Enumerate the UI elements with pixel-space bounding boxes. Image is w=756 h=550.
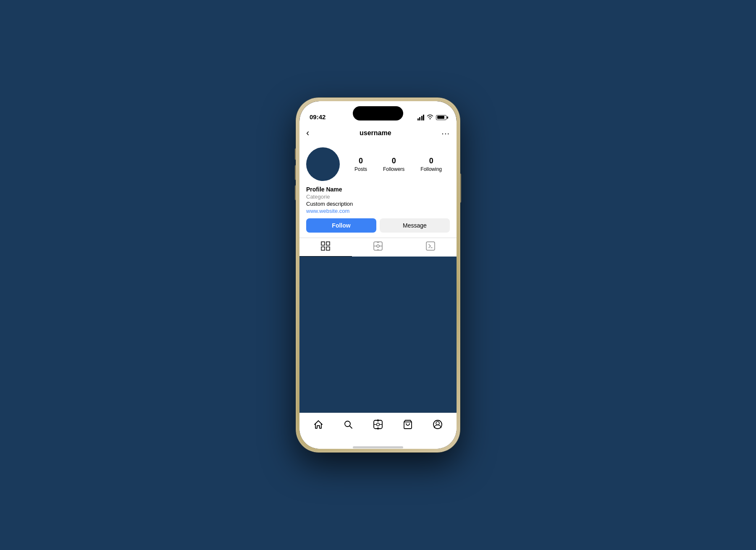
svg-rect-1 [326,242,330,245]
following-stat[interactable]: 0 Following [420,157,442,172]
search-icon [343,419,353,432]
svg-point-15 [376,423,379,426]
grid-cell[interactable] [404,257,457,309]
profile-nav-item[interactable] [428,416,447,435]
profile-username-title: username [360,129,391,137]
grid-cell[interactable] [352,361,404,413]
grid-cell[interactable] [352,257,404,309]
svg-point-22 [436,422,439,425]
tab-tagged[interactable] [404,238,457,257]
phone-outer-shell: 09:42 [296,98,460,452]
battery-icon [436,115,446,120]
shop-icon [403,419,413,432]
grid-cell[interactable] [404,309,457,361]
content-tabs [299,238,457,257]
avatar [306,147,340,181]
posts-grid [299,257,457,413]
back-button[interactable]: ‹ [306,128,309,139]
phone-inner: 09:42 [299,101,457,449]
grid-cell[interactable] [299,309,352,361]
profile-header: 0 Posts 0 Followers 0 Following [306,147,450,181]
message-button[interactable]: Message [380,218,450,233]
nav-bar: ‹ username ··· [299,124,457,142]
reels-nav-icon [373,419,383,432]
shop-nav-item[interactable] [399,416,417,435]
home-indicator [299,446,457,449]
svg-line-13 [350,426,352,428]
profile-website-link[interactable]: www.website.com [306,208,450,214]
profile-name: Profile Name [306,186,450,193]
tab-grid[interactable] [299,238,352,257]
grid-cell[interactable] [299,257,352,309]
followers-stat[interactable]: 0 Followers [383,157,404,172]
home-nav-item[interactable] [309,416,328,435]
svg-rect-3 [326,247,330,250]
tab-reels[interactable] [352,238,404,257]
reels-nav-item[interactable] [369,416,387,435]
stats-row: 0 Posts 0 Followers 0 Following [346,157,450,172]
profile-description: Custom description [306,201,450,207]
posts-stat[interactable]: 0 Posts [354,157,367,172]
reels-icon [373,241,383,253]
phone-screen: 09:42 [299,101,457,449]
dynamic-island [353,106,403,120]
grid-cell[interactable] [299,361,352,413]
svg-point-5 [377,245,379,247]
grid-cell[interactable] [404,361,457,413]
bottom-nav [299,413,457,446]
profile-section: 0 Posts 0 Followers 0 Following [299,142,457,238]
phone-frame: 09:42 [296,98,460,452]
profile-info: Profile Name Categorie Custom descriptio… [306,186,450,214]
followers-label: Followers [383,166,404,172]
following-count: 0 [429,157,433,165]
search-nav-item[interactable] [339,416,357,435]
status-icons [417,114,447,120]
more-options-button[interactable]: ··· [441,128,450,138]
profile-category: Categorie [306,194,450,200]
followers-count: 0 [392,157,396,165]
posts-count: 0 [359,157,363,165]
svg-rect-2 [321,247,325,250]
wifi-icon [427,114,433,120]
signal-icon [417,115,425,120]
profile-nav-icon [433,419,443,432]
tagged-icon [426,241,435,253]
posts-label: Posts [354,166,367,172]
status-time: 09:42 [310,113,326,120]
svg-rect-0 [321,242,325,245]
grid-icon [321,241,330,253]
action-buttons: Follow Message [306,218,450,233]
home-icon [313,419,323,432]
grid-cell[interactable] [352,309,404,361]
follow-button[interactable]: Follow [306,218,376,233]
following-label: Following [420,166,442,172]
